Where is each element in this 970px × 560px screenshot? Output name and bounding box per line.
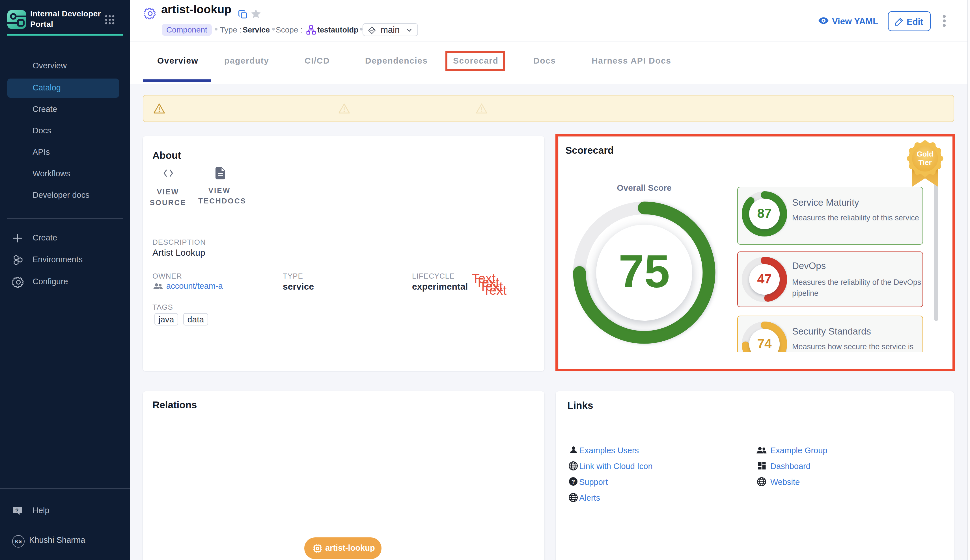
svg-text:?: ?	[15, 507, 18, 513]
svg-text:?: ?	[572, 478, 575, 485]
